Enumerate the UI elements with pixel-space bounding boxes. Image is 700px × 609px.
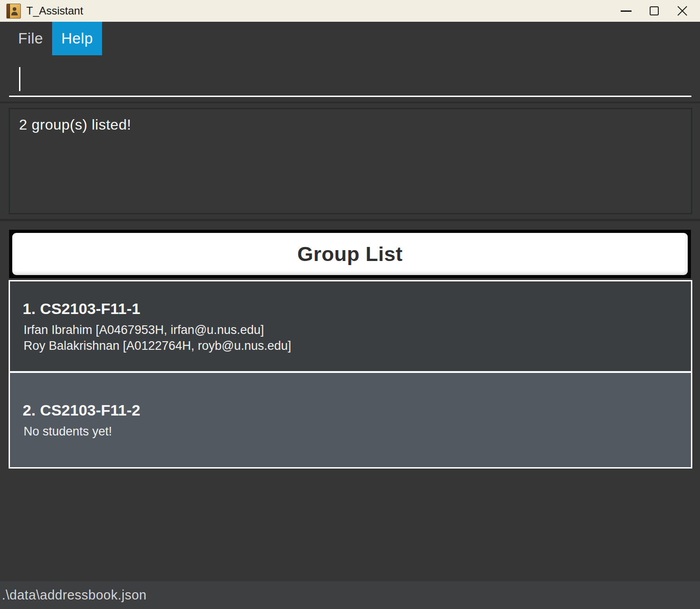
status-bar: .\data\addressbook.json [0,581,700,609]
student-list: No students yet! [24,424,691,440]
group-name: CS2103-F11-2 [40,401,140,419]
student-entry: Roy Balakrishnan [A0122764H, royb@u.nus.… [24,338,691,354]
group-list-item[interactable]: 1.CS2103-F11-1 Irfan Ibrahim [A0467953H,… [10,281,691,373]
close-button[interactable] [668,0,696,22]
maximize-icon [650,6,659,15]
group-index: 1. [23,300,35,317]
title-bar: T_Assistant [0,0,700,22]
result-message: 2 group(s) listed! [19,116,691,133]
group-name: CS2103-F11-1 [40,300,140,317]
minimize-icon [621,10,632,12]
empty-students-note: No students yet! [24,424,691,440]
data-file-path: .\data\addressbook.json [2,588,146,603]
section-divider [0,102,700,103]
group-index: 2. [23,401,35,419]
menu-help[interactable]: Help [52,22,102,55]
menu-bar: File Help [0,22,700,55]
minimize-button[interactable] [612,0,640,22]
window-controls [612,0,696,22]
group-list: 1.CS2103-F11-1 Irfan Ibrahim [A0467953H,… [9,280,692,469]
group-heading: 2.CS2103-F11-2 [23,401,691,420]
address-book-icon [6,4,21,19]
section-divider [0,219,700,221]
student-entry: Irfan Ibrahim [A0467953H, irfan@u.nus.ed… [24,322,691,338]
result-display: 2 group(s) listed! [9,108,692,214]
person-silhouette-icon [11,6,18,16]
group-list-header-frame: Group List [9,230,691,278]
student-list: Irfan Ibrahim [A0467953H, irfan@u.nus.ed… [24,322,691,354]
text-cursor [19,67,20,91]
group-list-title: Group List [297,242,403,266]
book-spine [7,4,10,18]
window-title: T_Assistant [26,5,83,17]
close-icon [676,5,688,17]
group-heading: 1.CS2103-F11-1 [23,299,691,318]
menu-file[interactable]: File [9,22,52,55]
input-underline [9,96,691,97]
group-list-item[interactable]: 2.CS2103-F11-2 No students yet! [10,373,691,467]
application-window: T_Assistant File Help 2 group [0,0,700,609]
maximize-button[interactable] [640,0,668,22]
command-area [0,55,700,102]
group-list-header: Group List [12,233,688,275]
